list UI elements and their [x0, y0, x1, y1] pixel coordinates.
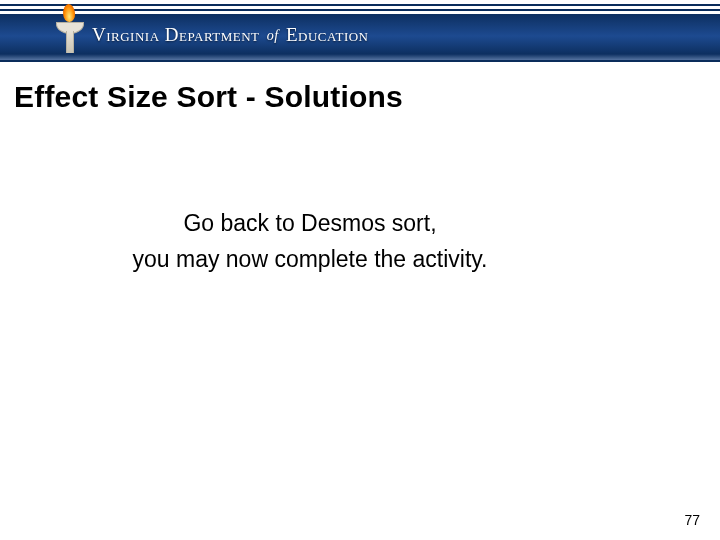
page-number: 77	[684, 512, 700, 528]
header-banner: Virginia Department of Education	[0, 0, 720, 62]
body-line-2: you may now complete the activity.	[0, 242, 720, 278]
torch-icon	[52, 14, 86, 54]
org-name-post: Education	[281, 24, 369, 45]
org-wordmark: Virginia Department of Education	[92, 25, 368, 44]
org-name-of: of	[267, 28, 279, 43]
roof-line	[0, 9, 720, 11]
roof-line	[0, 4, 720, 6]
page-title: Effect Size Sort - Solutions	[14, 80, 403, 114]
body-copy: Go back to Desmos sort, you may now comp…	[0, 206, 720, 277]
banner-edge	[0, 60, 720, 62]
body-line-1: Go back to Desmos sort,	[0, 206, 720, 242]
banner-body: Virginia Department of Education	[0, 14, 720, 54]
org-name-pre: Virginia Department	[92, 24, 265, 45]
slide: Virginia Department of Education Effect …	[0, 0, 720, 540]
banner-roof	[0, 0, 720, 14]
torch-shaft	[66, 31, 74, 53]
